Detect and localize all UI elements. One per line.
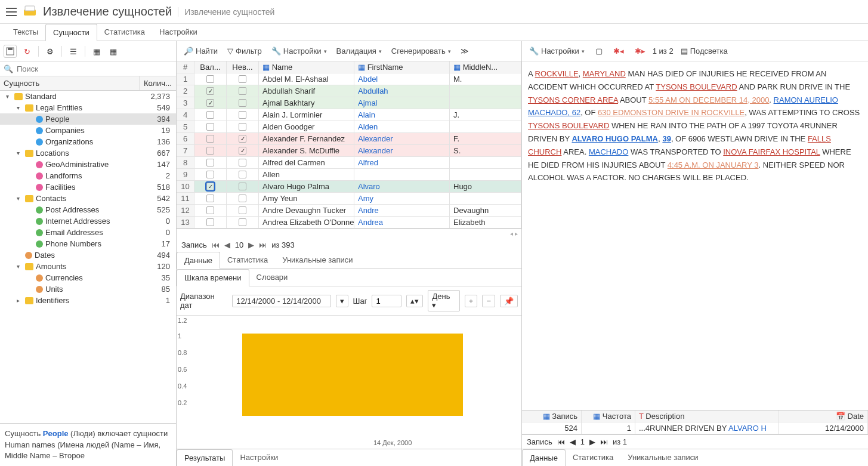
range-dropdown[interactable]: ▾ <box>336 295 348 307</box>
step-spinner[interactable]: ▴▾ <box>406 295 423 307</box>
grid-row[interactable]: 5Alden GoodgerAlden <box>177 121 521 133</box>
tree-item-organizations[interactable]: Organizations136 <box>0 136 176 147</box>
rpager-next[interactable]: ▶ <box>589 437 595 446</box>
col-first[interactable]: ▦ FirstName <box>354 61 450 73</box>
tab-settings[interactable]: Настройки <box>152 24 205 41</box>
tree-item-facilities[interactable]: Facilities518 <box>0 181 176 193</box>
validation-button[interactable]: Валидация▾ <box>333 45 385 57</box>
tree-item-identifiers[interactable]: ▸Identifiers1 <box>0 295 176 306</box>
grid-row[interactable]: 7✓Alexander S. McDuffieAlexanderS. <box>177 145 521 157</box>
minus-button[interactable]: − <box>482 295 495 307</box>
grid-row[interactable]: 9Allen <box>177 169 521 181</box>
grid-row[interactable]: 6✓Alexander F. FernandezAlexanderF. <box>177 133 521 145</box>
pager-prev[interactable]: ◀ <box>224 240 230 249</box>
tree-item-amounts[interactable]: ▾Amounts120 <box>0 261 176 272</box>
more-button[interactable]: ≫ <box>457 45 472 57</box>
rpager-prev[interactable]: ◀ <box>570 437 576 446</box>
grid-button-2[interactable]: ▦ <box>107 45 120 58</box>
tltab-dicts[interactable]: Словари <box>249 269 295 286</box>
tab-entities[interactable]: Сущности <box>45 24 97 41</box>
tree-item-companies[interactable]: Companies19 <box>0 125 176 136</box>
menu-button[interactable] <box>6 8 17 16</box>
right-settings-button[interactable]: 🔧Настройки▾ <box>526 45 588 57</box>
restab-settings[interactable]: Настройки <box>233 449 285 466</box>
settings-button[interactable]: 🔧Настройки▾ <box>268 45 330 57</box>
grid-row[interactable]: 1Abdel M. El-AshaalAbdelM. <box>177 73 521 85</box>
col-nev[interactable]: Нев... <box>227 61 259 73</box>
tltab-timeline[interactable]: Шкала времени <box>177 269 249 286</box>
facts-col-rec[interactable]: ▦ Запись <box>522 411 582 422</box>
save-button[interactable] <box>4 45 17 58</box>
search-input[interactable] <box>17 64 172 73</box>
facts-col-freq[interactable]: ▦ Частота <box>582 411 635 422</box>
tree-item-dates[interactable]: Dates494 <box>0 249 176 261</box>
generate-button[interactable]: Сгенерировать▾ <box>388 45 455 57</box>
grid-row[interactable]: 10✓Alvaro Hugo PalmaAlvaroHugo <box>177 181 521 193</box>
pager-next[interactable]: ▶ <box>248 240 254 249</box>
tree-item-locations[interactable]: ▾Locations667 <box>0 147 176 159</box>
subtab-stats[interactable]: Статистика <box>220 252 275 269</box>
grid-row[interactable]: 4Alain J. LorminierAlainJ. <box>177 109 521 121</box>
search-icon: 🔍 <box>4 64 13 73</box>
tab-texts[interactable]: Тексты <box>6 24 45 41</box>
rsubtab-unique[interactable]: Уникальные записи <box>620 449 705 466</box>
rpager-last[interactable]: ⏭ <box>600 437 608 446</box>
export-button[interactable]: ▢ <box>592 45 606 57</box>
tree-item-phone-numbers[interactable]: Phone Numbers17 <box>0 238 176 249</box>
svg-rect-4 <box>25 6 35 11</box>
tree-item-units[interactable]: Units85 <box>0 283 176 295</box>
nav-prev-button[interactable]: ✱◂ <box>610 45 628 57</box>
nav-next-button[interactable]: ✱▸ <box>631 45 649 57</box>
grid-row[interactable]: 3✓Ajmal BakhtaryAjmal <box>177 97 521 109</box>
tab-statistics[interactable]: Статистика <box>97 24 152 41</box>
refresh-button[interactable]: ↻ <box>20 45 33 58</box>
col-name[interactable]: ▦ Name <box>259 61 354 73</box>
find-button[interactable]: 🔎Найти <box>180 45 221 57</box>
facts-col-desc[interactable]: T Description <box>635 411 779 422</box>
step-input[interactable] <box>372 295 401 307</box>
tree-header-count[interactable]: Колич... <box>140 76 176 90</box>
highlight-button[interactable]: ▤Подсветка <box>677 45 731 57</box>
tree-item-post-addresses[interactable]: Post Addresses525 <box>0 204 176 215</box>
rpager-first[interactable]: ⏮ <box>557 437 565 446</box>
tree-item-people[interactable]: People394 <box>0 113 176 125</box>
col-num[interactable]: # <box>177 61 194 73</box>
tree-item-contacts[interactable]: ▾Contacts542 <box>0 193 176 204</box>
subtab-data[interactable]: Данные <box>177 252 220 269</box>
restab-results[interactable]: Результаты <box>177 449 233 466</box>
grid-button-1[interactable]: ▦ <box>90 45 103 58</box>
rsubtab-stats[interactable]: Статистика <box>566 449 620 466</box>
svg-rect-1 <box>6 11 17 13</box>
facts-row[interactable]: 524 1 ...4RUNNER DRIVEN BY ALVARO H 12/1… <box>522 422 868 434</box>
range-input[interactable]: 12/14/2000 - 12/14/2000 <box>232 295 330 307</box>
pager-last[interactable]: ⏭ <box>259 240 267 249</box>
gear-button[interactable]: ⚙ <box>44 45 57 58</box>
tree-item-geoadministrative[interactable]: GeoAdministrative147 <box>0 159 176 170</box>
tree-header-entity[interactable]: Сущность <box>0 76 140 90</box>
col-mid[interactable]: ▦ MiddleN... <box>450 61 521 73</box>
col-val[interactable]: Вал... <box>194 61 227 73</box>
grid-row[interactable]: 8Alfred del CarmenAlfred <box>177 157 521 169</box>
facts-col-date[interactable]: 📅 Date <box>779 411 868 422</box>
tree-item-legal-entities[interactable]: ▾Legal Entities549 <box>0 102 176 113</box>
grid-row[interactable]: 11Amy YeunAmy <box>177 193 521 205</box>
main-tabs: Тексты Сущности Статистика Настройки <box>0 24 868 41</box>
plus-button[interactable]: + <box>465 295 478 307</box>
tree-item-standard[interactable]: ▾Standard2,373 <box>0 91 176 102</box>
svg-rect-6 <box>8 48 13 50</box>
grid-row[interactable]: 12Andre Devaughn TuckerAndreDevaughn <box>177 205 521 217</box>
filter-button[interactable]: ▽Фильтр <box>224 45 265 57</box>
pager-first[interactable]: ⏮ <box>212 240 220 249</box>
grid-row[interactable]: 2✓Abdullah SharifAbdullah <box>177 85 521 97</box>
tree-item-currencies[interactable]: Currencies35 <box>0 272 176 283</box>
grid-row[interactable]: 13Andrea Elizabeth O'DonnelAndreaElizabe… <box>177 217 521 229</box>
tree-item-internet-addresses[interactable]: Internet Addresses0 <box>0 215 176 227</box>
unit-select[interactable]: День ▾ <box>428 290 459 311</box>
pin-button[interactable]: 📌 <box>500 295 518 307</box>
list-button[interactable]: ☰ <box>67 45 80 58</box>
tree-item-landforms[interactable]: Landforms2 <box>0 170 176 181</box>
subtab-unique[interactable]: Уникальные записи <box>275 252 360 269</box>
rsubtab-data[interactable]: Данные <box>522 449 566 466</box>
tree-item-email-addresses[interactable]: Email Addresses0 <box>0 227 176 238</box>
pager-pos: 10 <box>235 240 243 249</box>
